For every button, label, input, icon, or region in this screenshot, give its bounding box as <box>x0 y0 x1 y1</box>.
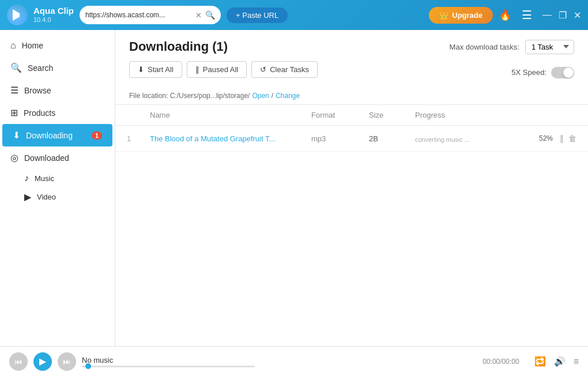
upgrade-button[interactable]: 👑 Upgrade <box>429 7 493 24</box>
sidebar-label-downloaded: Downloaded <box>24 153 69 163</box>
col-progress: Progress <box>415 111 576 119</box>
table-header: Name Format Size Progress <box>115 105 588 126</box>
repeat-icon[interactable]: 🔁 <box>534 356 546 367</box>
previous-track-button[interactable]: ⏮ <box>9 352 28 371</box>
col-format: Format <box>311 111 369 119</box>
sidebar-label-home: Home <box>22 41 43 50</box>
pause-all-button[interactable]: ‖ Paused All <box>187 61 247 78</box>
main-layout: ⌂ Home 🔍 Search ☰ Browse ⊞ Products ⬇ Do… <box>0 30 588 346</box>
player-track-name: No music <box>82 356 255 364</box>
video-icon: ▶ <box>24 191 31 202</box>
file-location-bar: File location: C:/Users/pop...lip/storag… <box>129 88 574 104</box>
max-tasks-row: Max download tasks: 1 Task 2 Tasks 3 Tas… <box>450 40 574 54</box>
next-track-button[interactable]: ⏭ <box>58 352 76 371</box>
progress-percentage: 52% <box>539 134 553 142</box>
content-header: Downloading (1) Max download tasks: 1 Ta… <box>115 30 588 105</box>
page-title: Downloading (1) <box>129 39 228 54</box>
downloading-badge: 1 <box>92 131 102 140</box>
fire-icon: 🔥 <box>499 9 511 21</box>
sidebar-label-video: Video <box>37 193 56 201</box>
progress-cell: converting music ... 52% ‖ 🗑 <box>415 134 576 143</box>
paste-url-button[interactable]: + Paste URL <box>227 7 288 23</box>
app-version: 10.4.0 <box>33 16 74 24</box>
sidebar-sub-items: ♪ Music ▶ Video <box>0 169 115 206</box>
minimize-button[interactable]: — <box>542 10 552 21</box>
sidebar-item-home[interactable]: ⌂ Home <box>0 35 115 57</box>
speed-toggle[interactable] <box>551 67 574 78</box>
row-name[interactable]: The Blood of a Mutated Grapefruit T... <box>150 134 311 143</box>
clear-tasks-button[interactable]: ↺ Clear Tasks <box>251 61 318 78</box>
content-area: Downloading (1) Max download tasks: 1 Ta… <box>115 30 588 346</box>
file-location-prefix: File location: C:/Users/pop...lip/storag… <box>129 92 250 100</box>
window-controls: — ❐ ✕ <box>542 10 581 21</box>
sidebar-item-browse[interactable]: ☰ Browse <box>0 79 115 101</box>
maximize-button[interactable]: ❐ <box>559 10 567 21</box>
upgrade-label: Upgrade <box>452 11 483 20</box>
col-size: Size <box>369 111 415 119</box>
playlist-icon[interactable]: ≡ <box>574 356 579 367</box>
file-change-link[interactable]: Change <box>276 92 300 100</box>
player-progress-dot <box>85 363 91 369</box>
player-progress-bar[interactable] <box>82 366 255 367</box>
toolbar: ⬇ Start All ‖ Paused All ↺ Clear Tasks <box>129 61 318 78</box>
url-text: https://shows.acast.com... <box>85 11 192 19</box>
sidebar-item-search[interactable]: 🔍 Search <box>0 57 115 79</box>
sidebar-label-search: Search <box>28 63 53 73</box>
downloaded-icon: ◎ <box>10 152 18 163</box>
url-clear-button[interactable]: ✕ <box>195 11 202 20</box>
max-tasks-select[interactable]: 1 Task 2 Tasks 3 Tasks <box>525 40 574 54</box>
toggle-knob <box>563 67 574 78</box>
start-all-button[interactable]: ⬇ Start All <box>129 61 182 78</box>
url-bar[interactable]: https://shows.acast.com... ✕ 🔍 <box>80 6 221 24</box>
hamburger-menu-icon[interactable]: ☰ <box>522 8 532 22</box>
sidebar-item-products[interactable]: ⊞ Products <box>0 101 115 124</box>
play-button[interactable]: ▶ <box>33 352 52 371</box>
speed-row: 5X Speed: <box>511 67 574 78</box>
player-time: 00:00/00:00 <box>483 358 519 366</box>
sidebar-item-music[interactable]: ♪ Music <box>24 169 115 187</box>
col-name: Name <box>150 111 311 119</box>
content-title-row: Downloading (1) Max download tasks: 1 Ta… <box>129 39 574 54</box>
row-number: 1 <box>127 134 150 143</box>
sidebar-label-browse: Browse <box>24 86 51 95</box>
sidebar: ⌂ Home 🔍 Search ☰ Browse ⊞ Products ⬇ Do… <box>0 30 115 346</box>
sidebar-label-music: Music <box>35 174 54 183</box>
row-size: 2B <box>369 134 415 143</box>
player-controls-right: 🔁 🔊 ≡ <box>534 356 579 367</box>
sidebar-label-products: Products <box>24 108 55 118</box>
browse-icon: ☰ <box>10 85 18 96</box>
download-icon: ⬇ <box>13 130 20 141</box>
file-open-link[interactable]: Open <box>252 92 269 100</box>
close-button[interactable]: ✕ <box>574 10 581 21</box>
speed-label: 5X Speed: <box>511 68 546 77</box>
search-icon: 🔍 <box>10 62 22 73</box>
pause-icon: ‖ <box>195 65 199 74</box>
app-logo <box>7 5 28 25</box>
pause-row-button[interactable]: ‖ <box>560 134 564 143</box>
crown-icon: 👑 <box>439 11 448 20</box>
sidebar-item-downloading[interactable]: ⬇ Downloading 1 <box>2 124 112 146</box>
products-icon: ⊞ <box>10 107 18 118</box>
app-name: Aqua Clip <box>33 6 74 16</box>
search-icon: 🔍 <box>205 10 215 20</box>
max-tasks-label: Max download tasks: <box>450 43 519 51</box>
sidebar-item-video[interactable]: ▶ Video <box>24 187 115 206</box>
player-track-info: No music <box>82 356 255 367</box>
music-icon: ♪ <box>24 173 29 183</box>
player-bar: ⏮ ▶ ⏭ No music 00:00/00:00 🔁 🔊 ≡ <box>0 346 588 376</box>
start-icon: ⬇ <box>138 65 144 74</box>
app-title: Aqua Clip 10.4.0 <box>33 6 74 24</box>
row-actions: ‖ 🗑 <box>560 134 576 143</box>
table-row: 1 The Blood of a Mutated Grapefruit T...… <box>115 126 588 152</box>
clear-icon: ↺ <box>260 65 266 74</box>
titlebar: Aqua Clip 10.4.0 https://shows.acast.com… <box>0 0 588 30</box>
row-format: mp3 <box>311 134 369 143</box>
progress-status: converting music ... <box>415 136 534 143</box>
volume-icon[interactable]: 🔊 <box>554 356 566 367</box>
sidebar-label-downloading: Downloading <box>26 131 73 140</box>
home-icon: ⌂ <box>10 40 16 51</box>
delete-row-button[interactable]: 🗑 <box>568 134 576 143</box>
sidebar-item-downloaded[interactable]: ◎ Downloaded <box>0 146 115 169</box>
col-num <box>127 111 150 119</box>
download-table: Name Format Size Progress 1 The Blood of… <box>115 105 588 346</box>
